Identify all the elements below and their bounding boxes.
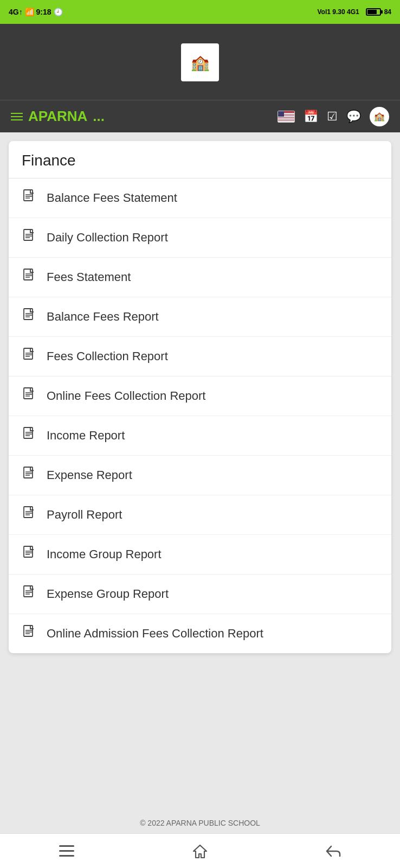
bottom-nav — [0, 833, 400, 868]
school-logo: 🏫 — [191, 54, 210, 72]
battery-fill — [367, 10, 377, 14]
network-info: Vol1 9.30 4G1 — [317, 8, 359, 16]
app-title: APARNA — [28, 108, 87, 125]
nav-icons: 📅 ☑ 💬 🏫 — [278, 107, 389, 126]
menu-label-fees-collection-report: Fees Collection Report — [47, 349, 168, 363]
svg-rect-32 — [24, 507, 33, 518]
flag-icon[interactable] — [278, 111, 295, 123]
app-subtitle: ... — [93, 108, 105, 125]
avatar[interactable]: 🏫 — [370, 107, 389, 126]
footer: © 2022 APARNA PUBLIC SCHOOL — [0, 807, 400, 833]
svg-rect-28 — [24, 467, 33, 478]
battery-percent: 84 — [384, 8, 391, 16]
menu-label-fees-statement: Fees Statement — [47, 270, 131, 284]
flag-canton — [278, 111, 284, 117]
doc-icon-fees-statement — [22, 269, 37, 286]
status-left: 4G↑ 📶 9:18 🕘 — [9, 8, 63, 16]
svg-rect-20 — [24, 388, 33, 399]
menu-item-expense-group-report[interactable]: Expense Group Report — [9, 575, 391, 614]
svg-rect-12 — [24, 309, 33, 320]
menu-item-daily-collection-report[interactable]: Daily Collection Report — [9, 218, 391, 258]
doc-icon-payroll-report — [22, 506, 37, 524]
bottom-back-icon[interactable] — [326, 845, 341, 857]
svg-marker-51 — [193, 845, 207, 858]
menu-item-income-report[interactable]: Income Report — [9, 416, 391, 456]
status-bar: 4G↑ 📶 9:18 🕘 Vol1 9.30 4G1 84 — [0, 0, 400, 24]
menu-label-online-admission-fees-collection-report: Online Admission Fees Collection Report — [47, 627, 263, 641]
menu-label-balance-fees-report: Balance Fees Report — [47, 310, 159, 324]
doc-icon-expense-group-report — [22, 585, 37, 603]
bottom-menu-icon[interactable] — [59, 845, 74, 857]
svg-rect-0 — [24, 190, 33, 201]
footer-copyright: © 2022 APARNA PUBLIC SCHOOL — [140, 819, 260, 827]
menu-item-fees-statement[interactable]: Fees Statement — [9, 258, 391, 297]
calendar-icon[interactable]: 📅 — [304, 110, 318, 124]
menu-label-payroll-report: Payroll Report — [47, 508, 122, 522]
menu-label-income-group-report: Income Group Report — [47, 547, 162, 561]
svg-rect-24 — [24, 427, 33, 438]
menu-label-income-report: Income Report — [47, 429, 125, 443]
status-right: Vol1 9.30 4G1 84 — [317, 8, 391, 16]
svg-rect-48 — [59, 845, 74, 847]
svg-rect-36 — [24, 546, 33, 557]
logo-container: 🏫 — [181, 43, 219, 81]
svg-rect-16 — [24, 348, 33, 359]
doc-icon-online-admission-fees-collection-report — [22, 625, 37, 642]
svg-rect-8 — [24, 269, 33, 280]
nav-bar: APARNA ... 📅 ☑ 💬 🏫 — [0, 100, 400, 132]
menu-label-expense-report: Expense Report — [47, 468, 132, 482]
battery-icon — [366, 8, 381, 16]
menu-list: Balance Fees Statement Daily Collection … — [9, 178, 391, 653]
menu-item-online-admission-fees-collection-report[interactable]: Online Admission Fees Collection Report — [9, 614, 391, 653]
menu-label-balance-fees-statement: Balance Fees Statement — [47, 191, 177, 205]
menu-item-balance-fees-report[interactable]: Balance Fees Report — [9, 297, 391, 337]
time: 9:18 — [36, 8, 51, 16]
whatsapp-icon[interactable]: 💬 — [346, 110, 361, 124]
menu-item-balance-fees-statement[interactable]: Balance Fees Statement — [9, 178, 391, 218]
doc-icon-online-fees-collection-report — [22, 387, 37, 405]
finance-card: Finance Balance Fees Statement Daily Col… — [9, 141, 391, 653]
menu-item-income-group-report[interactable]: Income Group Report — [9, 535, 391, 575]
main-content: Finance Balance Fees Statement Daily Col… — [0, 132, 400, 807]
hamburger-menu[interactable] — [11, 113, 23, 120]
doc-icon-balance-fees-report — [22, 308, 37, 326]
signal-icon: 4G↑ 📶 — [9, 8, 34, 16]
doc-icon-fees-collection-report — [22, 348, 37, 365]
doc-icon-income-report — [22, 427, 37, 444]
menu-label-daily-collection-report: Daily Collection Report — [47, 231, 168, 245]
avatar-logo: 🏫 — [374, 111, 385, 122]
svg-rect-4 — [24, 229, 33, 240]
menu-item-online-fees-collection-report[interactable]: Online Fees Collection Report — [9, 376, 391, 416]
bottom-home-icon[interactable] — [192, 844, 208, 859]
doc-icon-balance-fees-statement — [22, 189, 37, 207]
menu-item-fees-collection-report[interactable]: Fees Collection Report — [9, 337, 391, 376]
svg-rect-44 — [24, 626, 33, 636]
nav-title-container: APARNA ... — [11, 108, 105, 125]
doc-icon-expense-report — [22, 467, 37, 484]
clock-icon: 🕘 — [54, 8, 63, 16]
svg-rect-40 — [24, 586, 33, 597]
svg-rect-49 — [59, 850, 74, 852]
check-icon[interactable]: ☑ — [327, 110, 338, 124]
menu-item-expense-report[interactable]: Expense Report — [9, 456, 391, 495]
menu-item-payroll-report[interactable]: Payroll Report — [9, 495, 391, 535]
menu-label-online-fees-collection-report: Online Fees Collection Report — [47, 389, 205, 403]
svg-rect-50 — [59, 855, 74, 857]
doc-icon-income-group-report — [22, 546, 37, 563]
menu-label-expense-group-report: Expense Group Report — [47, 587, 169, 601]
header: 🏫 — [0, 24, 400, 100]
page-title: Finance — [9, 141, 391, 178]
doc-icon-daily-collection-report — [22, 229, 37, 246]
